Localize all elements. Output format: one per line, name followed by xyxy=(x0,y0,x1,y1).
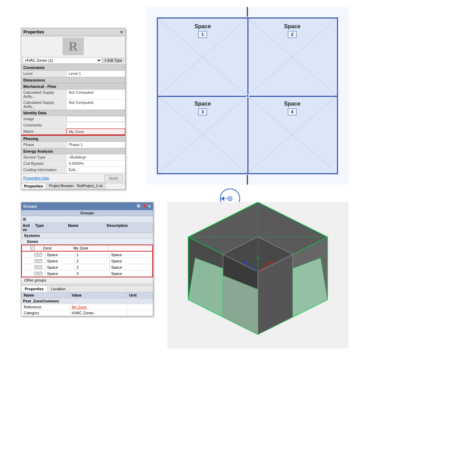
col-unit-header: Unit xyxy=(127,292,153,298)
space-3-name: 3 xyxy=(75,264,109,270)
groups-titlebar: Groups ⧉ 📌 × xyxy=(21,202,153,210)
service-type-value: <Building> xyxy=(67,154,125,160)
groups-panel: Groups ⧉ 📌 × Groups ⊞ Acti ve Type Name … xyxy=(21,202,153,316)
groups-properties-table: Name Value Unit Pset_ZoneCommon Referenc… xyxy=(21,292,153,316)
space-2-cb2[interactable] xyxy=(39,259,42,263)
level-label: Level xyxy=(21,71,67,77)
spaces-group: Space 1 Space Space 2 Space Space 3 Spac… xyxy=(21,252,153,277)
groups-toolbar-icon: ⊞ xyxy=(23,217,26,222)
image-row: Image xyxy=(21,116,125,122)
comments-value[interactable] xyxy=(67,122,125,128)
reference-row: Reference My Zone xyxy=(22,304,153,310)
groups-tab-location[interactable]: Location xyxy=(47,286,69,292)
space-4-type: Space xyxy=(46,271,75,276)
category-unit xyxy=(127,310,153,316)
comments-row: Comments xyxy=(21,122,125,129)
space-2-cb1[interactable] xyxy=(34,259,38,263)
category-label: Category xyxy=(22,310,70,316)
tab-project-browser[interactable]: Project Browser - TestProject_1.rvt xyxy=(46,183,106,189)
supply-airflow-2-value: Not Computed xyxy=(67,100,125,109)
phasing-section: Phasing xyxy=(21,136,125,142)
space-4-cb1[interactable] xyxy=(34,272,38,275)
groups-col-header: Acti ve Type Name Description xyxy=(21,223,153,233)
col-name-header: Name xyxy=(22,292,70,298)
floor-plan-outer: Space 1 Space 2 Space 3 Space 4 xyxy=(157,17,338,174)
space-4-checkboxes xyxy=(33,271,46,276)
space-3-desc: Space xyxy=(110,264,152,270)
properties-title: Properties xyxy=(23,30,44,34)
space-3-row[interactable]: Space 3 Space xyxy=(22,264,152,270)
space-2-label: Space xyxy=(284,23,300,30)
top-connector-line xyxy=(247,7,248,17)
name-row: Name My Zone xyxy=(21,129,125,136)
space-1-box: 1 xyxy=(198,31,207,38)
space-2: Space 2 xyxy=(247,18,337,96)
space-4-box: 4 xyxy=(288,108,297,115)
space-1-label: Space xyxy=(194,23,211,30)
zones-header: Zones xyxy=(21,239,153,245)
space-4-name: 4 xyxy=(75,271,109,276)
hvac-zones-dropdown-row: HVAC Zones (1) ≡ Edit Type xyxy=(21,56,125,64)
phase-row: Phase Phase 1 xyxy=(21,142,125,148)
zone-name-cell: My Zone xyxy=(72,245,108,251)
col-description: Description xyxy=(105,223,153,232)
apply-button[interactable]: Apply xyxy=(104,175,123,181)
space-4-cb2[interactable] xyxy=(39,272,42,275)
zone-row[interactable]: Zone My Zone xyxy=(21,245,153,252)
space-2-row[interactable]: Space 2 Space xyxy=(22,258,152,264)
space-1-cb2[interactable] xyxy=(39,253,42,256)
space-1-checkboxes xyxy=(33,252,46,257)
tab-properties[interactable]: Properties xyxy=(21,183,46,189)
cooling-info-value[interactable]: Edit... xyxy=(67,167,125,173)
zone-checkbox[interactable] xyxy=(30,246,34,250)
space-2-name: 2 xyxy=(75,258,109,264)
service-type-label: Service Type xyxy=(21,154,67,160)
space-1-row[interactable]: Space 1 Space xyxy=(22,252,152,258)
space-4: Space 4 xyxy=(247,96,337,173)
constraints-section: Constraints xyxy=(21,64,125,71)
groups-subtitle: Groups xyxy=(21,210,153,216)
mechanical-flow-section: Mechanical - Flow xyxy=(21,83,125,90)
zone-active-cell xyxy=(29,245,41,251)
col-type: Type xyxy=(34,223,67,232)
revit-logo: R xyxy=(63,38,84,55)
groups-close-btn[interactable]: × xyxy=(148,204,151,209)
space-3-box: 3 xyxy=(198,108,207,115)
edit-type-button[interactable]: ≡ Edit Type xyxy=(103,58,124,63)
properties-close-btn[interactable]: × xyxy=(120,29,123,35)
supply-airflow-1-label: Calculated Supply Airflo... xyxy=(21,90,67,99)
image-value[interactable] xyxy=(67,116,125,122)
coil-bypass-label: Coil Bypass xyxy=(21,161,67,167)
reference-value[interactable]: My Zone xyxy=(69,304,127,310)
panel-tabs: Properties Project Browser - TestProject… xyxy=(21,183,125,189)
space-1-desc: Space xyxy=(110,252,152,258)
space-1-cb1[interactable] xyxy=(34,253,38,256)
pset-section-row: Pset_ZoneCommon xyxy=(22,298,153,304)
space-1: Space 1 xyxy=(158,18,247,96)
other-groups-row: Other groups xyxy=(21,277,153,283)
groups-tab-properties[interactable]: Properties xyxy=(21,286,47,292)
space-3-type: Space xyxy=(46,264,75,270)
zone-desc-cell xyxy=(108,247,152,249)
groups-separator xyxy=(21,284,153,285)
space-3-cb1[interactable] xyxy=(34,266,38,269)
groups-title: Groups xyxy=(23,204,37,208)
supply-airflow-1-value: Not Computed xyxy=(67,90,125,99)
category-row: Category HVAC Zones xyxy=(22,310,153,316)
level-row: Level Level 1 xyxy=(21,71,125,77)
space-4-row[interactable]: Space 4 Space xyxy=(22,270,152,277)
space-4-label: Space xyxy=(284,101,300,107)
space-3-cb2[interactable] xyxy=(39,266,42,269)
groups-float-icon[interactable]: ⧉ xyxy=(137,204,140,209)
space-3-label: Space xyxy=(194,101,211,107)
level-value: Level 1 xyxy=(67,71,125,77)
identity-data-section: Identity Data xyxy=(21,110,125,116)
space-3-checkboxes xyxy=(33,265,46,270)
hvac-zones-dropdown[interactable]: HVAC Zones (1) xyxy=(23,57,102,63)
properties-help-link[interactable]: Properties help xyxy=(23,176,49,180)
3d-view-svg xyxy=(167,202,348,348)
space-1-name: 1 xyxy=(75,252,109,258)
groups-pin-icon[interactable]: 📌 xyxy=(141,204,147,209)
comments-label: Comments xyxy=(21,122,67,128)
name-value[interactable]: My Zone xyxy=(67,129,125,135)
